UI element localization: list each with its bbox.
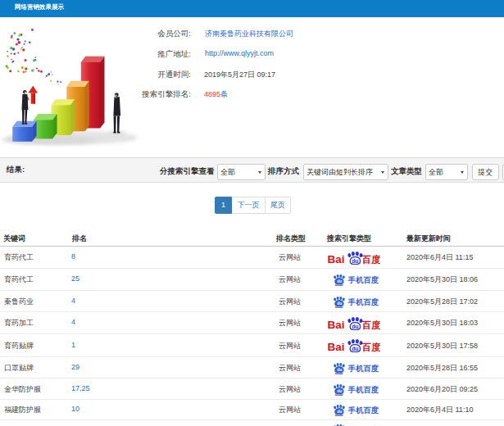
svg-text:du: du [352, 258, 358, 264]
svg-text:百度: 百度 [361, 320, 381, 330]
svg-text:Bai: Bai [328, 318, 345, 330]
svg-text:手机百度: 手机百度 [347, 406, 379, 415]
svg-text:百度: 百度 [361, 254, 381, 265]
svg-text:du: du [337, 301, 342, 306]
svg-text:du: du [337, 388, 342, 393]
svg-text:Bai: Bai [328, 252, 345, 265]
svg-text:du: du [337, 279, 342, 283]
svg-text:手机百度: 手机百度 [347, 275, 379, 284]
svg-text:手机百度: 手机百度 [347, 364, 379, 373]
svg-text:du: du [337, 409, 342, 414]
svg-text:du: du [337, 367, 342, 372]
svg-text:du: du [352, 346, 358, 351]
svg-text:手机百度: 手机百度 [347, 297, 379, 306]
svg-text:手机百度: 手机百度 [347, 385, 379, 394]
svg-text:百度: 百度 [361, 342, 381, 352]
svg-text:Bai: Bai [328, 341, 345, 353]
svg-text:du: du [352, 324, 358, 329]
